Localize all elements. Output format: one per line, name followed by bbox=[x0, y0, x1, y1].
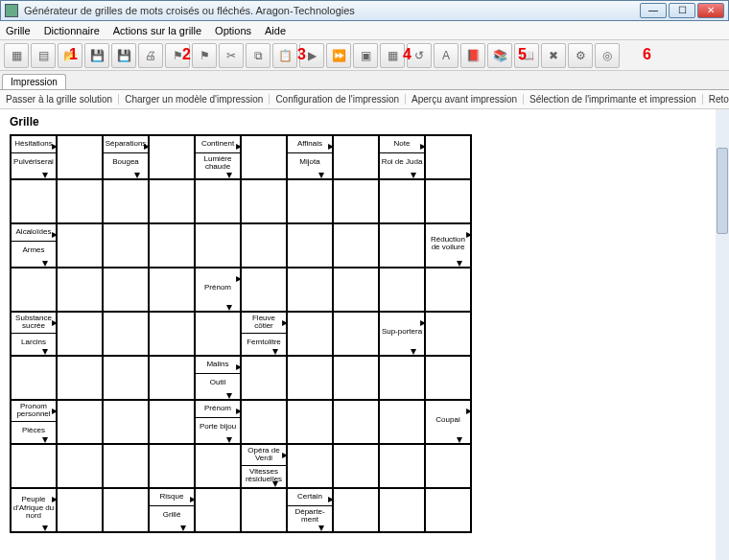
grid-cell[interactable] bbox=[149, 268, 195, 312]
grid-cell[interactable] bbox=[57, 268, 103, 312]
grid-cell[interactable]: AffinaisMijota▸▾ bbox=[287, 135, 333, 179]
grid-cell[interactable] bbox=[103, 356, 149, 400]
paste-icon[interactable]: 📋 bbox=[272, 43, 297, 68]
grid-cell[interactable] bbox=[287, 312, 333, 356]
grid-cell[interactable] bbox=[333, 356, 379, 400]
grid-cell[interactable] bbox=[379, 356, 425, 400]
grid-cell[interactable]: Réduction de voilure▸▾ bbox=[425, 223, 471, 268]
grid-cell[interactable] bbox=[57, 223, 103, 268]
grid-cell[interactable] bbox=[103, 268, 149, 312]
grid-cell[interactable] bbox=[103, 444, 149, 488]
grid-cell[interactable]: Peuple d'Afrique du nord▸▾ bbox=[11, 488, 57, 532]
grid-cell[interactable] bbox=[195, 488, 241, 532]
print-icon[interactable]: 🖨 bbox=[138, 43, 163, 68]
grid-cell[interactable]: Fleuve côtierFemtolitre▸▾ bbox=[241, 312, 287, 356]
fast-icon[interactable]: ⏩ bbox=[326, 43, 351, 68]
link-selection[interactable]: Sélection de l'imprimante et impression bbox=[524, 94, 703, 105]
letter-icon[interactable]: A bbox=[434, 43, 459, 68]
grid-cell[interactable]: Opéra de VerdiVitesses résiduelles▸▾ bbox=[241, 444, 287, 488]
grid-cell[interactable] bbox=[241, 179, 287, 223]
grid-cell[interactable]: ContinentLumière chaude▸▾ bbox=[195, 135, 241, 179]
grid-cell[interactable]: SéparationsBougea▸▾ bbox=[103, 135, 149, 179]
grid-cell[interactable]: Sup-portera▸▾ bbox=[379, 312, 425, 356]
menu-options[interactable]: Options bbox=[215, 25, 251, 36]
menu-grille[interactable]: Grille bbox=[6, 25, 31, 36]
tab-impression[interactable]: Impression bbox=[2, 74, 66, 89]
grid-cell[interactable]: PrénomPorte bijou▸▾ bbox=[195, 400, 241, 444]
grid-cell[interactable] bbox=[57, 488, 103, 532]
grid-cell[interactable] bbox=[241, 356, 287, 400]
grid-cell[interactable] bbox=[195, 312, 241, 356]
grid-cell[interactable] bbox=[379, 268, 425, 312]
vertical-scrollbar[interactable] bbox=[716, 109, 729, 560]
grid-cell[interactable] bbox=[333, 400, 379, 444]
grid-cell[interactable] bbox=[333, 179, 379, 223]
grid-cell[interactable]: CertainDéparte-ment▸▾ bbox=[287, 488, 333, 532]
grid-cell[interactable] bbox=[149, 223, 195, 268]
grid-cell[interactable]: ↳ bbox=[11, 179, 57, 223]
grid-cell[interactable]: ↳ bbox=[11, 268, 57, 312]
grid-cell[interactable] bbox=[333, 444, 379, 488]
grid-cell[interactable] bbox=[287, 356, 333, 400]
grid-cell[interactable] bbox=[241, 223, 287, 268]
grid-cell[interactable] bbox=[103, 179, 149, 223]
minimize-button[interactable]: — bbox=[640, 3, 667, 18]
grid-cell[interactable] bbox=[333, 223, 379, 268]
grid-cell[interactable] bbox=[241, 268, 287, 312]
grid-cell[interactable]: Prénom▸▾ bbox=[195, 268, 241, 312]
grid-cell[interactable] bbox=[57, 135, 103, 179]
copy-icon[interactable]: ⧉ bbox=[246, 43, 270, 68]
grid-cell[interactable] bbox=[195, 444, 241, 488]
link-charger[interactable]: Charger un modèle d'impression bbox=[119, 94, 270, 105]
grid-cell[interactable] bbox=[425, 488, 471, 532]
grid-cell[interactable]: NoteRoi de Juda▸▾ bbox=[379, 135, 425, 179]
grid-cell[interactable] bbox=[195, 223, 241, 268]
grid-cell[interactable] bbox=[425, 135, 471, 179]
grid-cell[interactable] bbox=[333, 268, 379, 312]
grid-cell[interactable] bbox=[103, 488, 149, 532]
gear-icon[interactable]: ⚙ bbox=[568, 43, 593, 68]
cut-icon[interactable]: ✂ bbox=[219, 43, 244, 68]
grid-cell[interactable] bbox=[379, 179, 425, 223]
link-retour[interactable]: Retour à la grille bbox=[703, 94, 729, 105]
grid-cell[interactable] bbox=[57, 400, 103, 444]
grid-cell[interactable] bbox=[195, 179, 241, 223]
grid-cell[interactable] bbox=[425, 268, 471, 312]
grid-cell[interactable] bbox=[379, 488, 425, 532]
grid-cell[interactable] bbox=[103, 223, 149, 268]
grid-cell[interactable] bbox=[287, 268, 333, 312]
grid-cell[interactable]: Pronom personnelPièces▸▾ bbox=[11, 400, 57, 444]
box1-icon[interactable]: ▣ bbox=[353, 43, 378, 68]
grid-cell[interactable] bbox=[425, 179, 471, 223]
box2-icon[interactable]: ▦ bbox=[380, 43, 405, 68]
grid-cell[interactable] bbox=[149, 179, 195, 223]
book1-icon[interactable]: 📕 bbox=[460, 43, 485, 68]
grid-cell[interactable] bbox=[57, 444, 103, 488]
menu-aide[interactable]: Aide bbox=[265, 25, 286, 36]
grid-cell[interactable] bbox=[425, 444, 471, 488]
close-button[interactable]: ✕ bbox=[697, 3, 724, 18]
grid-cell[interactable]: Coupai▸▾ bbox=[425, 400, 471, 444]
grid-cell[interactable] bbox=[149, 400, 195, 444]
disc-icon[interactable]: ◎ bbox=[595, 43, 620, 68]
grid-cell[interactable] bbox=[241, 400, 287, 444]
grid-cell[interactable] bbox=[57, 312, 103, 356]
grid-cell[interactable]: AlcaloïdesArmes▸▾ bbox=[11, 223, 57, 268]
maximize-button[interactable]: ☐ bbox=[669, 3, 695, 18]
grid-cell[interactable] bbox=[287, 444, 333, 488]
flag2-icon[interactable]: ⚑ bbox=[192, 43, 217, 68]
menu-actions[interactable]: Actions sur la grille bbox=[113, 25, 201, 36]
saveas-icon[interactable]: 💾 bbox=[111, 43, 136, 68]
save-icon[interactable]: 💾 bbox=[84, 43, 109, 68]
grid-cell[interactable] bbox=[57, 179, 103, 223]
grid-cell[interactable] bbox=[149, 444, 195, 488]
grid-cell[interactable]: Substance sucréeLarcins▸▾ bbox=[11, 312, 57, 356]
grid-cell[interactable] bbox=[57, 356, 103, 400]
grid-icon[interactable]: ▤ bbox=[31, 43, 56, 68]
grid-cell[interactable] bbox=[149, 356, 195, 400]
menu-dictionnaire[interactable]: Dictionnaire bbox=[44, 25, 100, 36]
new-grid-icon[interactable]: ▦ bbox=[4, 43, 29, 68]
grid-cell[interactable] bbox=[149, 312, 195, 356]
grid-cell[interactable] bbox=[241, 135, 287, 179]
grid-cell[interactable] bbox=[379, 400, 425, 444]
